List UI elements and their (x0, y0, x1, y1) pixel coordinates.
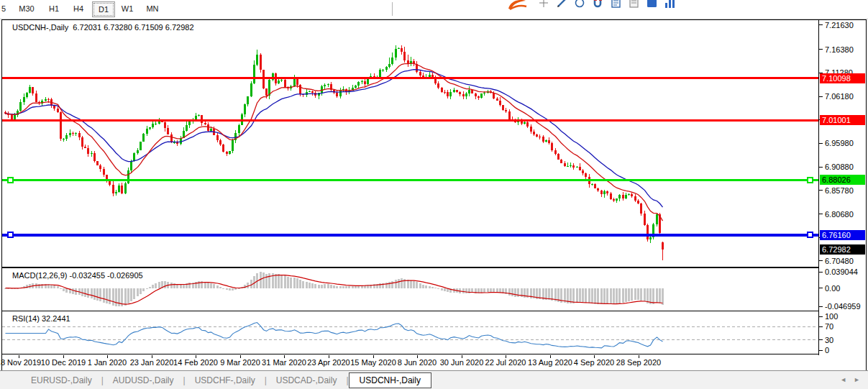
level-price-tag-6.76160[interactable]: 6.76160 (820, 230, 865, 240)
candlestick-chart[interactable] (2, 20, 818, 267)
macd-tick-mark (819, 272, 823, 273)
date-label: 23 Jan 2020 (130, 358, 174, 367)
price-tick-label: 7.21630 (824, 21, 854, 29)
price-tick-mark (819, 49, 823, 50)
ma-fast-line (6, 63, 663, 221)
crosshair-icon[interactable] (538, 0, 551, 9)
chart-columns-icon[interactable] (664, 0, 677, 9)
rsi-tick-label: 70 (824, 322, 834, 331)
level-price-tag-7.01001[interactable]: 7.01001 (820, 115, 865, 125)
chart-title: USDCNH-,Daily 6.72031 6.73280 6.71509 6.… (12, 23, 194, 32)
script-icon[interactable] (628, 0, 641, 9)
date-label: 22 Jul 2020 (485, 358, 526, 367)
macd-tick-label: 0.039044 (824, 267, 859, 276)
price-tick-mark (819, 24, 823, 25)
price-tick-label: 6.80680 (824, 210, 854, 219)
date-label: 10 Dec 2019 (41, 358, 86, 367)
macd-tick-label: -0.046959 (824, 302, 862, 311)
price-tick-mark (819, 96, 823, 97)
rsi-tick-mark (819, 350, 823, 351)
date-label: 18 Nov 2019 (0, 358, 41, 367)
price-tick-label: 7.06180 (824, 92, 854, 101)
tab-scroll-arrows: ◄► (836, 376, 864, 383)
timeframe-button-w1[interactable]: W1 (117, 1, 138, 16)
macd-label: MACD(12,26,9) -0.032455 -0.026905 (12, 271, 143, 280)
price-tick-mark (819, 167, 823, 168)
scroll-left-arrow[interactable]: ◄ (836, 376, 850, 383)
macd-tick-mark (819, 288, 823, 288)
tab-usdchf[interactable]: USDCHF-,Daily (186, 372, 265, 388)
price-tick-label: 6.95980 (824, 139, 854, 147)
rsi-tick-label: 100 (824, 312, 839, 321)
date-label: 1 Jan 2020 (88, 358, 127, 367)
rsi-pane[interactable]: RSI(14) 32.2441 (2, 311, 818, 354)
date-label: 23 Apr 2020 (307, 358, 350, 367)
macd-tick-label: 0.00 (824, 284, 841, 293)
date-label: 28 Sep 2020 (616, 358, 661, 367)
pencil-icon[interactable] (556, 0, 569, 9)
price-tick-mark (819, 214, 823, 214)
date-axis: 18 Nov 201910 Dec 20191 Jan 202023 Jan 2… (2, 355, 864, 369)
tab-eurusd[interactable]: EURUSD-,Daily (22, 372, 101, 388)
scroll-right-arrow[interactable]: ► (850, 376, 864, 383)
timeframe-button-h1[interactable]: H1 (43, 1, 65, 16)
toolbar: 5M30H1H4D1W1MN (0, 0, 868, 19)
trading-app-window: 5M30H1H4D1W1MN USDCNH-,Daily 6.72031 6.7… (0, 0, 868, 389)
date-label: 8 Jun 2020 (398, 358, 437, 367)
new-order-icon[interactable] (646, 0, 659, 9)
macd-tick-mark (819, 306, 823, 307)
chart-tab-bar: EURUSD-,Daily|AUDUSD-,Daily|USDCHF-,Dail… (0, 370, 868, 389)
chart-window: USDCNH-,Daily 6.72031 6.73280 6.71509 6.… (1, 19, 867, 371)
date-label: 13 Aug 2020 (528, 358, 572, 367)
timeframe-button-mn[interactable]: MN (141, 1, 164, 16)
toolbar-separator (392, 2, 393, 16)
rsi-tick-mark (819, 339, 823, 340)
price-tick-mark (819, 260, 823, 261)
magnet-icon[interactable] (592, 0, 605, 9)
date-label: 14 Feb 2020 (173, 358, 218, 367)
rsi-label: RSI(14) 32.2441 (12, 314, 70, 323)
timeframe-button-d1[interactable]: D1 (92, 1, 115, 17)
price-tick-label: 6.70480 (824, 257, 854, 265)
price-tick-mark (819, 143, 823, 144)
level-price-tag-6.88026[interactable]: 6.88026 (820, 175, 865, 185)
tab-usdcnh[interactable]: USDCNH-,Daily (349, 372, 431, 388)
date-label: 30 Jun 2020 (440, 358, 484, 367)
rsi-tick-label: 0 (824, 346, 830, 354)
date-label: 9 Mar 2020 (220, 358, 260, 367)
timeframe-button-m30[interactable]: M30 (13, 1, 40, 16)
circle-icon[interactable] (574, 0, 587, 9)
rsi-chart[interactable] (2, 311, 818, 354)
tab-audusd[interactable]: AUDUSD-,Daily (104, 372, 183, 388)
current-price-tag: 6.72982 (820, 244, 865, 255)
price-tick-mark (819, 190, 823, 191)
date-label: 31 Mar 2020 (262, 358, 306, 367)
clipboard-icon[interactable] (610, 0, 623, 9)
macd-pane[interactable]: MACD(12,26,9) -0.032455 -0.026905 (2, 268, 818, 311)
timeframe-button-h4[interactable]: H4 (68, 1, 89, 16)
level-price-tag-7.10098[interactable]: 7.10098 (820, 73, 865, 83)
main-chart-pane[interactable]: USDCNH-,Daily 6.72031 6.73280 6.71509 6.… (2, 20, 818, 268)
date-label: 15 May 2020 (350, 358, 396, 367)
price-axis: 7.216307.163807.112807.061807.010806.959… (818, 20, 865, 355)
timeframe-button-5[interactable]: 5 (0, 1, 10, 16)
tab-usdcad[interactable]: USDCAD-,Daily (267, 372, 347, 388)
price-tick-label: 6.85780 (824, 186, 854, 195)
price-tick-label: 7.16380 (824, 45, 854, 54)
rsi-tick-label: 30 (824, 336, 834, 344)
date-label: 4 Sep 2020 (574, 358, 614, 367)
price-tick-label: 6.90880 (824, 163, 854, 171)
rsi-tick-mark (819, 316, 823, 317)
rsi-tick-mark (819, 326, 823, 327)
logo-icon[interactable] (507, 0, 527, 11)
